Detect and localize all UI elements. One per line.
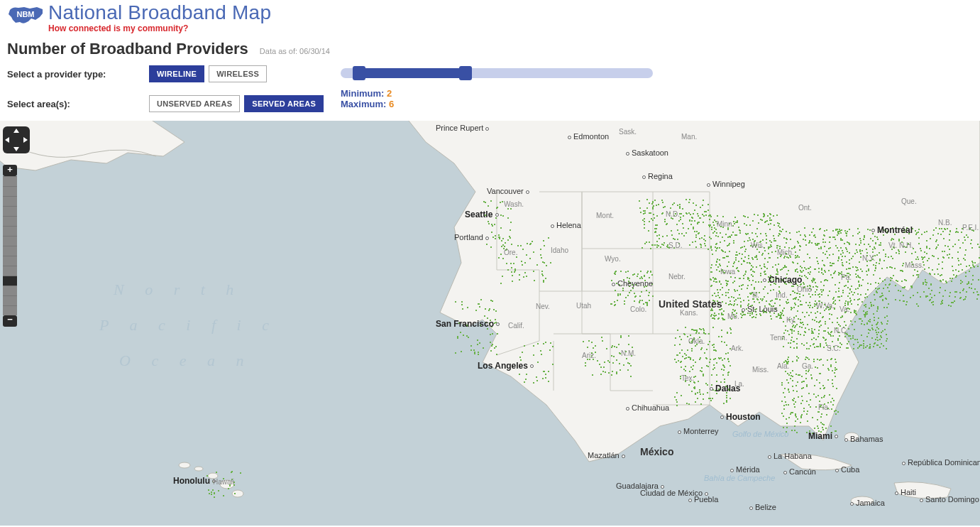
svg-rect-1550 xyxy=(792,290,793,292)
svg-rect-76 xyxy=(498,257,500,259)
unserved-button[interactable]: UNSERVED AREAS xyxy=(149,95,240,112)
svg-rect-1825 xyxy=(969,265,970,266)
site-title[interactable]: National Broadband Map xyxy=(48,3,271,23)
svg-rect-1721 xyxy=(935,248,937,249)
state-label: W.Va. xyxy=(816,302,835,310)
svg-rect-1403 xyxy=(835,284,836,286)
svg-rect-1611 xyxy=(940,275,941,276)
zoom-step[interactable] xyxy=(3,256,17,266)
pan-right-button[interactable] xyxy=(23,137,28,143)
zoom-step[interactable] xyxy=(3,216,17,226)
svg-rect-402 xyxy=(743,300,744,301)
svg-rect-2159 xyxy=(709,341,710,342)
svg-rect-160 xyxy=(660,246,661,248)
svg-rect-18 xyxy=(488,221,489,222)
svg-rect-772 xyxy=(714,315,715,317)
svg-rect-2302 xyxy=(788,404,789,406)
zoom-step[interactable] xyxy=(3,236,17,246)
svg-rect-246 xyxy=(677,205,678,206)
svg-rect-2078 xyxy=(685,370,686,371)
svg-rect-770 xyxy=(722,319,724,320)
map[interactable]: N o r t h P a c i f i c O c e a n + − Pr… xyxy=(0,121,980,526)
svg-rect-132 xyxy=(693,202,694,204)
svg-rect-368 xyxy=(756,255,757,256)
svg-rect-2415 xyxy=(813,393,815,395)
svg-rect-652 xyxy=(776,270,778,271)
pan-down-button[interactable] xyxy=(13,147,19,151)
svg-rect-1102 xyxy=(798,256,800,258)
svg-rect-481 xyxy=(766,242,767,244)
svg-rect-2319 xyxy=(803,381,804,382)
svg-rect-2533 xyxy=(209,493,210,494)
zoom-step[interactable] xyxy=(3,186,17,196)
zoom-step[interactable] xyxy=(3,295,17,305)
svg-rect-769 xyxy=(775,264,776,266)
svg-rect-638 xyxy=(743,275,744,276)
svg-rect-1598 xyxy=(917,256,918,258)
svg-rect-2074 xyxy=(715,350,717,352)
zoom-step[interactable] xyxy=(3,196,17,206)
svg-rect-27 xyxy=(490,200,492,202)
svg-rect-634 xyxy=(715,244,717,245)
svg-rect-854 xyxy=(879,339,881,340)
svg-rect-266 xyxy=(702,214,703,215)
svg-rect-2250 xyxy=(827,359,828,361)
svg-rect-1801 xyxy=(903,300,904,302)
svg-rect-2044 xyxy=(699,391,700,393)
svg-rect-1440 xyxy=(854,329,855,330)
pan-up-button[interactable] xyxy=(13,129,19,133)
svg-rect-1180 xyxy=(821,294,822,295)
svg-rect-465 xyxy=(710,315,712,317)
zoom-in-button[interactable]: + xyxy=(3,165,17,176)
svg-rect-162 xyxy=(646,241,647,243)
svg-rect-777 xyxy=(771,251,773,253)
svg-rect-1599 xyxy=(933,256,935,257)
svg-rect-1424 xyxy=(867,283,869,284)
svg-rect-1883 xyxy=(898,249,899,251)
svg-rect-2514 xyxy=(536,380,538,381)
svg-rect-1511 xyxy=(805,244,807,246)
zoom-step[interactable] xyxy=(3,286,17,295)
svg-rect-723 xyxy=(749,239,751,241)
zoom-step[interactable] xyxy=(3,266,17,276)
wireline-button[interactable]: WIRELINE xyxy=(149,65,204,82)
svg-rect-1241 xyxy=(878,283,879,284)
svg-rect-1273 xyxy=(788,257,789,259)
svg-rect-738 xyxy=(745,233,747,234)
svg-rect-1192 xyxy=(866,322,868,324)
svg-rect-1472 xyxy=(842,292,844,293)
svg-rect-1413 xyxy=(815,237,816,238)
zoom-step[interactable] xyxy=(3,206,17,216)
svg-rect-2236 xyxy=(808,393,810,394)
zoom-step[interactable] xyxy=(3,226,17,236)
svg-rect-705 xyxy=(766,235,767,237)
zoom-step[interactable] xyxy=(3,246,17,256)
svg-rect-1340 xyxy=(803,282,804,283)
svg-rect-2275 xyxy=(783,392,784,393)
state-label: Okla. xyxy=(688,337,705,345)
slider-handle-max[interactable] xyxy=(459,66,472,80)
zoom-step[interactable] xyxy=(3,276,17,286)
svg-rect-483 xyxy=(749,224,751,226)
svg-rect-1220 xyxy=(791,330,793,332)
city-label: Belize xyxy=(749,503,776,511)
pan-left-button[interactable] xyxy=(5,137,9,143)
svg-rect-1394 xyxy=(842,262,843,264)
svg-rect-1380 xyxy=(837,229,838,230)
logo[interactable]: NBM National Broadband Map How connected… xyxy=(7,3,271,33)
zoom-steps[interactable] xyxy=(3,176,17,315)
svg-rect-1547 xyxy=(796,232,798,233)
city-label: Seattle xyxy=(465,210,501,219)
svg-rect-619 xyxy=(745,249,747,250)
state-label: Sask. xyxy=(619,128,637,136)
svg-rect-2129 xyxy=(721,330,722,331)
served-button[interactable]: SERVED AREAS xyxy=(244,95,324,112)
zoom-step[interactable] xyxy=(3,176,17,186)
slider-handle-min[interactable] xyxy=(353,66,365,80)
svg-rect-1989 xyxy=(601,337,602,338)
wireless-button[interactable]: WIRELESS xyxy=(209,65,267,82)
zoom-out-button[interactable]: − xyxy=(3,315,17,327)
svg-rect-1141 xyxy=(804,316,805,317)
range-slider[interactable] xyxy=(341,68,653,78)
svg-rect-524 xyxy=(770,244,771,246)
